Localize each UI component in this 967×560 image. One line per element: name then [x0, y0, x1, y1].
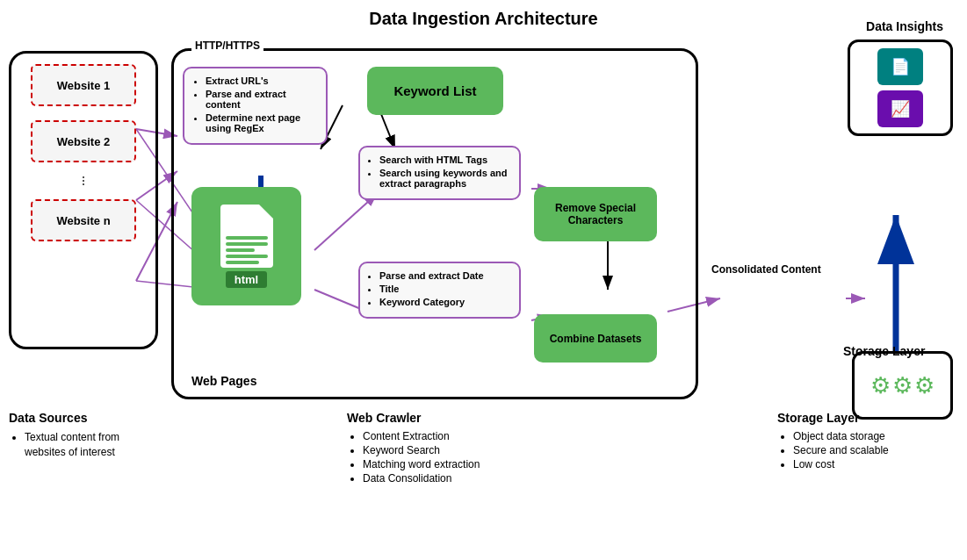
bottom-ds-title: Data Sources — [9, 411, 162, 425]
website-1: Website 1 — [31, 64, 136, 106]
bottom-ds-list: Textual content from websites of interes… — [9, 430, 162, 460]
bottom-data-sources: Data Sources Textual content from websit… — [9, 411, 162, 486]
consolidated-content-label: Consolidated Content — [711, 263, 839, 277]
storage-box: ⚙ ⚙ ⚙ — [852, 351, 953, 420]
html-search-box: Search with HTML Tags Search using keywo… — [358, 146, 521, 200]
bottom-sl-title: Storage Layer — [777, 411, 953, 425]
parse-item-1: Parse and extract Date — [379, 270, 512, 281]
purple-insight-icon: 📈 — [877, 90, 923, 127]
step-1: Extract URL's — [206, 75, 317, 86]
bottom-wc-list: Content Extraction Keyword Search Matchi… — [347, 430, 540, 485]
ds-desc: Textual content from websites of interes… — [25, 430, 162, 460]
html-doc-icon — [220, 205, 273, 268]
parse-extract-box: Parse and extract Date Title Keyword Cat… — [358, 262, 521, 319]
wc-item-2: Keyword Search — [363, 444, 540, 456]
html-label: html — [226, 271, 267, 288]
parse-item-2: Title — [379, 284, 512, 294]
parse-item-3: Keyword Category — [379, 297, 512, 307]
combine-datasets-box: Combine Datasets — [534, 314, 657, 363]
wc-item-4: Data Consolidation — [363, 472, 540, 485]
data-insights-box: 📄 📈 — [848, 39, 953, 136]
remove-special-box: Remove Special Characters — [534, 187, 657, 241]
step-2: Parse and extract content — [206, 89, 317, 110]
website-2: Website 2 — [31, 120, 136, 162]
sl-item-1: Object data storage — [793, 430, 953, 442]
sl-item-3: Low cost — [793, 458, 953, 470]
storage-layer-label: Storage Layer — [843, 344, 925, 358]
main-container: Data Ingestion Architecture — [0, 0, 967, 560]
step-3: Determine next page using RegEx — [206, 112, 317, 133]
web-pages-label: Web Pages — [191, 374, 256, 388]
keyword-list-box: Keyword List — [367, 67, 503, 115]
gear-icon-1: ⚙ — [870, 372, 891, 399]
gear-icons: ⚙ ⚙ ⚙ — [870, 372, 935, 399]
bottom-wc-title: Web Crawler — [347, 411, 540, 425]
sl-item-2: Secure and scalable — [793, 444, 953, 456]
gear-icon-2: ⚙ — [892, 372, 913, 399]
bottom-web-crawler: Web Crawler Content Extraction Keyword S… — [347, 411, 540, 486]
wc-item-1: Content Extraction — [363, 430, 540, 442]
website-n-dotted-spacer — [83, 176, 84, 185]
bottom-sl-list: Object data storage Secure and scalable … — [777, 430, 953, 470]
data-sources-box: Website 1 Website 2 Website n — [9, 51, 158, 349]
web-crawler-outer: HTTP/HTTPS Extract URL's Parse and extra… — [171, 48, 698, 399]
data-insights-label: Data Insights — [848, 19, 962, 33]
teal-insight-icon: 📄 — [877, 48, 923, 85]
bottom-labels: Data Sources Textual content from websit… — [9, 411, 957, 486]
wc-item-3: Matching word extraction — [363, 458, 540, 470]
bottom-storage: Storage Layer Object data storage Secure… — [777, 411, 953, 486]
website-n: Website n — [31, 199, 136, 241]
html-page-box: html — [191, 187, 301, 305]
crawler-steps-box: Extract URL's Parse and extract content … — [183, 67, 328, 145]
search-item-1: Search with HTML Tags — [379, 154, 512, 165]
gear-icon-3: ⚙ — [914, 372, 935, 399]
http-https-label: HTTP/HTTPS — [191, 39, 263, 52]
main-title: Data Ingestion Architecture — [0, 0, 967, 32]
search-item-2: Search using keywords and extract paragr… — [379, 168, 512, 189]
